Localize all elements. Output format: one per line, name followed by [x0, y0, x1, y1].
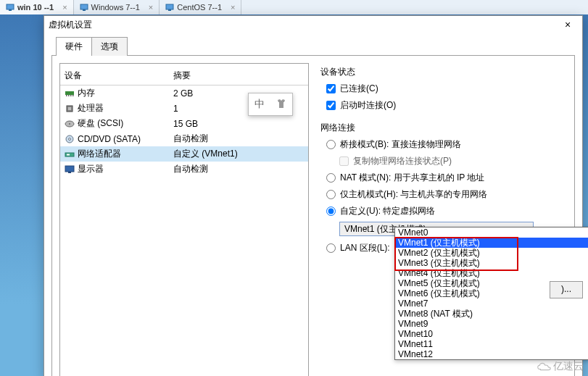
- svg-rect-10: [73, 95, 74, 96]
- connect-on-power-label: 启动时连接(O): [340, 99, 396, 112]
- vm-tab-bar: win 10 --1 × Windows 7--1 × CentOS 7--1 …: [0, 0, 588, 15]
- vm-tab[interactable]: win 10 --1 ×: [0, 0, 74, 14]
- dropdown-option[interactable]: VMnet8 (NAT 模式): [395, 309, 588, 319]
- device-row[interactable]: 显示器 自动检测: [60, 162, 308, 177]
- ime-char: 中: [254, 98, 265, 111]
- hostonly-label: 仅主机模式(H): 与主机共享的专用网络: [340, 188, 487, 201]
- custom-label: 自定义(U): 特定虚拟网络: [340, 205, 435, 217]
- device-summary: 自定义 (VMnet1): [173, 148, 304, 160]
- device-summary: 自动检测: [173, 163, 304, 175]
- svg-rect-1: [9, 9, 12, 11]
- tab-hardware[interactable]: 硬件: [56, 37, 92, 56]
- cpu-icon: [65, 104, 75, 113]
- svg-rect-20: [68, 172, 71, 173]
- custom-radio[interactable]: [326, 206, 336, 216]
- nic-icon: [65, 150, 75, 159]
- device-name: CD/DVD (SATA): [78, 134, 141, 144]
- vm-icon: [165, 3, 174, 12]
- nat-radio-row[interactable]: NAT 模式(N): 用于共享主机的 IP 地址: [326, 172, 564, 184]
- bridged-radio-row[interactable]: 桥接模式(B): 直接连接物理网络: [326, 138, 564, 151]
- svg-rect-6: [65, 91, 74, 95]
- cloud-icon: [536, 362, 552, 372]
- device-summary: 自动检测: [173, 133, 304, 145]
- memory-icon: [65, 89, 75, 98]
- connected-label: 已连接(C): [340, 83, 378, 95]
- hostonly-radio-row[interactable]: 仅主机模式(H): 与主机共享的专用网络: [326, 188, 564, 201]
- tab-options[interactable]: 选项: [91, 37, 128, 56]
- dropdown-option[interactable]: VMnet0: [395, 227, 588, 238]
- dropdown-option[interactable]: VMnet2 (仅主机模式): [395, 248, 588, 258]
- dropdown-option[interactable]: VMnet3 (仅主机模式): [395, 258, 588, 268]
- svg-rect-3: [83, 9, 86, 11]
- svg-rect-8: [68, 95, 70, 96]
- device-name: 处理器: [78, 102, 104, 114]
- dialog-close-button[interactable]: ×: [558, 19, 578, 30]
- device-row[interactable]: 硬盘 (SCSI) 15 GB: [60, 116, 308, 131]
- device-name: 内存: [78, 87, 95, 99]
- device-row[interactable]: 网络适配器 自定义 (VMnet1): [60, 146, 308, 162]
- dialog-titlebar[interactable]: 虚拟机设置 ×: [44, 16, 582, 33]
- dropdown-option[interactable]: VMnet10: [395, 329, 588, 339]
- display-icon: [65, 165, 75, 174]
- close-icon[interactable]: ×: [231, 3, 235, 12]
- header-device: 设备: [65, 70, 173, 82]
- connected-check[interactable]: 已连接(C): [326, 83, 564, 95]
- svg-rect-9: [70, 95, 72, 96]
- watermark-text: 亿速云: [553, 360, 584, 373]
- lan-segments-button[interactable]: )...: [550, 281, 583, 298]
- dropdown-option[interactable]: VMnet1 (仅主机模式): [395, 238, 588, 248]
- connect-on-power-checkbox[interactable]: [326, 101, 336, 110]
- device-list-header: 设备 摘要: [60, 70, 308, 85]
- replicate-checkbox[interactable]: [339, 156, 349, 166]
- vm-tab-label: Windows 7--1: [91, 3, 140, 12]
- hostonly-radio[interactable]: [326, 190, 336, 199]
- device-summary: 15 GB: [173, 119, 304, 129]
- nat-radio[interactable]: [326, 173, 336, 183]
- connect-on-power-check[interactable]: 启动时连接(O): [326, 99, 564, 112]
- device-row[interactable]: CD/DVD (SATA) 自动检测: [60, 131, 308, 146]
- vm-tab[interactable]: CentOS 7--1 ×: [160, 0, 241, 14]
- vm-tab-label: win 10 --1: [17, 3, 54, 12]
- vm-tab[interactable]: Windows 7--1 ×: [74, 0, 160, 14]
- shirt-icon: [276, 98, 287, 112]
- lan-segments-label: LAN 区段(L):: [340, 242, 390, 254]
- vm-icon: [80, 3, 88, 12]
- device-name: 硬盘 (SCSI): [78, 117, 123, 130]
- dropdown-option[interactable]: VMnet12: [395, 349, 588, 359]
- dropdown-option[interactable]: VMnet11: [395, 339, 588, 349]
- cd-icon: [65, 135, 75, 143]
- nat-label: NAT 模式(N): 用于共享主机的 IP 地址: [340, 172, 484, 184]
- svg-rect-19: [65, 166, 74, 172]
- svg-rect-18: [67, 154, 70, 155]
- dropdown-option[interactable]: VMnet4 (仅主机模式): [395, 268, 588, 278]
- disk-icon: [65, 120, 75, 128]
- watermark: 亿速云: [536, 360, 584, 373]
- dialog-title: 虚拟机设置: [49, 19, 92, 31]
- device-name: 网络适配器: [78, 148, 121, 160]
- dropdown-option[interactable]: VMnet7: [395, 298, 588, 309]
- custom-radio-row[interactable]: 自定义(U): 特定虚拟网络: [326, 205, 564, 217]
- bridged-label: 桥接模式(B): 直接连接物理网络: [340, 138, 461, 151]
- vm-tab-label: CentOS 7--1: [177, 3, 222, 12]
- network-title: 网络连接: [320, 122, 564, 134]
- svg-rect-7: [66, 95, 67, 96]
- header-summary: 摘要: [173, 70, 304, 82]
- replicate-check[interactable]: 复制物理网络连接状态(P): [339, 155, 564, 167]
- svg-rect-0: [7, 4, 14, 9]
- vm-icon: [6, 3, 15, 12]
- dialog-tabs: 硬件 选项: [56, 36, 575, 55]
- lan-segments-radio[interactable]: [326, 243, 336, 253]
- ime-toolbar[interactable]: 中: [248, 93, 293, 116]
- bridged-radio[interactable]: [326, 140, 336, 149]
- svg-rect-2: [80, 4, 88, 9]
- dropdown-option[interactable]: VMnet9: [395, 319, 588, 329]
- close-icon[interactable]: ×: [149, 3, 153, 12]
- connected-checkbox[interactable]: [326, 84, 336, 93]
- svg-point-14: [69, 123, 70, 125]
- svg-point-16: [69, 138, 71, 140]
- device-status-title: 设备状态: [320, 66, 564, 78]
- replicate-label: 复制物理网络连接状态(P): [353, 155, 452, 167]
- svg-rect-5: [168, 9, 171, 11]
- svg-rect-4: [166, 4, 173, 9]
- close-icon[interactable]: ×: [62, 3, 67, 12]
